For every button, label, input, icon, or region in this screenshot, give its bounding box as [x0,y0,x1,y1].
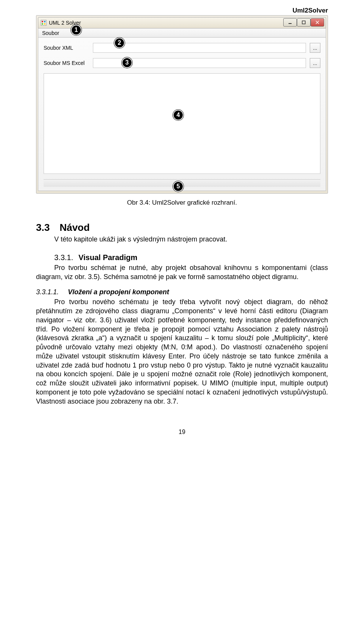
svg-rect-4 [44,23,46,25]
callout-3: 3 [122,57,132,68]
section-title-3-3-1-1: Vložení a propojení komponent [68,288,169,296]
close-icon [315,21,319,24]
minimize-button[interactable] [283,18,297,27]
output-textarea[interactable] [44,73,320,174]
excel-file-label: Soubor MS Excel [44,60,89,66]
section-number-3-3-1-1: 3.3.1.1. [36,288,59,296]
callout-5: 5 [173,181,184,192]
callout-1: 1 [71,25,82,35]
close-button[interactable] [311,18,324,27]
section-body-3-3: V této kapitole ukáži jak s výsledným ná… [36,235,328,244]
maximize-button[interactable] [297,18,311,27]
svg-rect-2 [44,21,46,22]
section-body-3-3-1-1: Pro tvorbu nového schématu je tedy třeba… [36,298,328,406]
excel-browse-button[interactable]: ... [310,58,320,68]
xml-browse-button[interactable]: ... [310,43,320,53]
window-titlebar: UML 2 Solver [38,17,326,28]
minimize-icon [288,21,292,24]
running-header: Uml2Solver [292,7,328,14]
section-number-3-3: 3.3 [36,222,50,234]
page-number: 19 [36,429,328,435]
window-client-area: Soubor XML ... Soubor MS Excel ... 1 2 3… [38,38,326,191]
section-title-3-3-1: Visual Paradigm [78,253,137,262]
xml-file-label: Soubor XML [44,45,89,51]
svg-rect-1 [42,21,43,22]
figure-screenshot: UML 2 Solver Soubor Soubor XML ... Soubo… [36,15,328,194]
callout-2: 2 [114,38,125,48]
app-icon [41,20,47,26]
figure-caption: Obr 3.4: Uml2Solver grafické rozhraní. [36,199,328,207]
section-body-3-3-1: Pro tvorbu schémat je nutné, aby projekt… [36,264,328,282]
svg-rect-6 [302,21,305,24]
svg-rect-5 [289,23,292,24]
section-number-3-3-1: 3.3.1. [54,253,73,262]
menu-file[interactable]: Soubor [42,30,59,36]
maximize-icon [302,21,306,24]
section-title-3-3: Návod [60,222,89,234]
svg-rect-3 [42,23,43,25]
callout-4: 4 [173,110,184,120]
xml-file-input[interactable] [93,43,306,53]
